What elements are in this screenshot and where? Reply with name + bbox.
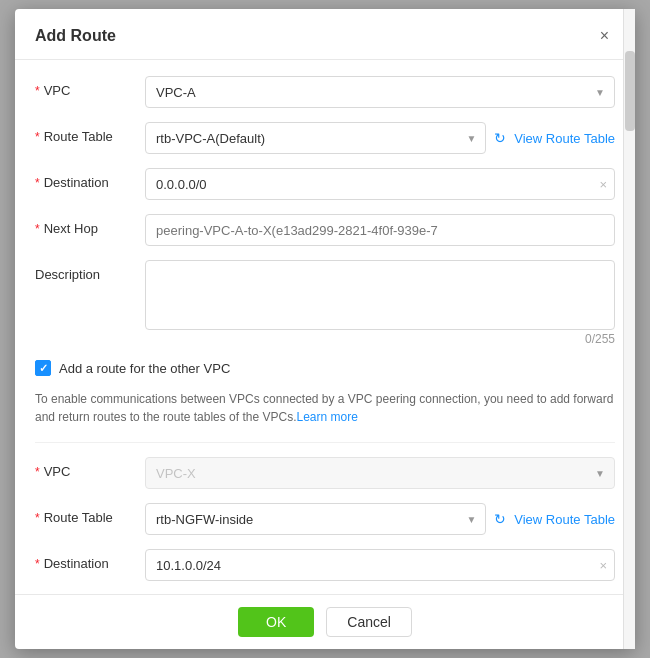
scrollbar-thumb[interactable] — [625, 51, 635, 131]
vpc-label-text: VPC — [44, 83, 71, 98]
next-hop-row: * Next Hop — [35, 214, 615, 246]
route-table-label-text: Route Table — [44, 129, 113, 144]
destination-second-label-text: Destination — [44, 556, 109, 571]
route-table-second-row: * Route Table rtb-NGFW-inside ▼ ↻ View R… — [35, 503, 615, 535]
next-hop-input[interactable] — [145, 214, 615, 246]
destination-label: * Destination — [35, 168, 145, 190]
required-star-dest: * — [35, 176, 40, 190]
route-table-row: * Route Table rtb-VPC-A(Default) ▼ ↻ Vie… — [35, 122, 615, 154]
required-star-rt2: * — [35, 511, 40, 525]
view-route-table-second-link[interactable]: View Route Table — [514, 512, 615, 527]
destination-input-wrapper: × — [145, 168, 615, 200]
modal-overlay: Add Route × * VPC VPC-A VPC-B VPC-X — [0, 0, 650, 658]
destination-control: × — [145, 168, 615, 200]
modal-footer: OK Cancel — [15, 594, 635, 649]
required-star-nh: * — [35, 222, 40, 236]
route-table-second-select[interactable]: rtb-NGFW-inside — [145, 503, 486, 535]
vpc-label: * VPC — [35, 76, 145, 98]
cancel-button[interactable]: Cancel — [326, 607, 412, 637]
modal-title: Add Route — [35, 27, 116, 45]
destination-row: * Destination × — [35, 168, 615, 200]
vpc-second-row: * VPC VPC-X ▼ — [35, 457, 615, 489]
route-table-second-control: rtb-NGFW-inside ▼ ↻ View Route Table — [145, 503, 615, 535]
description-textarea[interactable] — [145, 260, 615, 330]
route-table-select-wrapper: rtb-VPC-A(Default) ▼ — [145, 122, 486, 154]
vpc-select-wrapper: VPC-A VPC-B VPC-X ▼ — [145, 76, 615, 108]
vpc-control: VPC-A VPC-B VPC-X ▼ — [145, 76, 615, 108]
modal-header: Add Route × — [15, 9, 635, 60]
checkbox-section: Add a route for the other VPC — [35, 360, 615, 376]
route-table-label: * Route Table — [35, 122, 145, 144]
destination-input[interactable] — [145, 168, 615, 200]
textarea-wrap: 0/255 — [145, 260, 615, 346]
route-table-second-label-text: Route Table — [44, 510, 113, 525]
destination-second-label: * Destination — [35, 549, 145, 571]
destination-second-clear-icon[interactable]: × — [599, 558, 607, 573]
destination-second-control: × — [145, 549, 615, 581]
vpc-second-label: * VPC — [35, 457, 145, 479]
route-table-second-select-wrapper: rtb-NGFW-inside ▼ — [145, 503, 486, 535]
required-star: * — [35, 84, 40, 98]
view-route-table-link[interactable]: View Route Table — [514, 131, 615, 146]
modal-container: Add Route × * VPC VPC-A VPC-B VPC-X — [15, 9, 635, 649]
next-hop-label-text: Next Hop — [44, 221, 98, 236]
add-route-other-vpc-checkbox[interactable] — [35, 360, 51, 376]
close-button[interactable]: × — [594, 25, 615, 47]
vpc-second-control: VPC-X ▼ — [145, 457, 615, 489]
required-star-vpc2: * — [35, 465, 40, 479]
next-hop-control — [145, 214, 615, 246]
destination-clear-icon[interactable]: × — [599, 177, 607, 192]
refresh-icon[interactable]: ↻ — [494, 130, 506, 146]
scrollbar-track[interactable] — [623, 9, 635, 649]
vpc-row: * VPC VPC-A VPC-B VPC-X ▼ — [35, 76, 615, 108]
description-control: 0/255 — [145, 260, 615, 346]
vpc-second-select: VPC-X — [145, 457, 615, 489]
learn-more-link[interactable]: Learn more — [297, 410, 358, 424]
vpc-second-label-text: VPC — [44, 464, 71, 479]
refresh-second-icon[interactable]: ↻ — [494, 511, 506, 527]
destination-second-row: * Destination × — [35, 549, 615, 581]
destination-second-input-wrapper: × — [145, 549, 615, 581]
ok-button[interactable]: OK — [238, 607, 314, 637]
destination-label-text: Destination — [44, 175, 109, 190]
char-count: 0/255 — [145, 332, 615, 346]
description-label: Description — [35, 260, 145, 282]
vpc-second-select-wrapper: VPC-X ▼ — [145, 457, 615, 489]
route-table-control: rtb-VPC-A(Default) ▼ ↻ View Route Table — [145, 122, 615, 154]
second-section: * VPC VPC-X ▼ * — [35, 442, 615, 581]
destination-second-input[interactable] — [145, 549, 615, 581]
next-hop-label: * Next Hop — [35, 214, 145, 236]
required-star-dest2: * — [35, 557, 40, 571]
info-text: To enable communications between VPCs co… — [35, 390, 615, 426]
route-table-second-label: * Route Table — [35, 503, 145, 525]
route-table-select[interactable]: rtb-VPC-A(Default) — [145, 122, 486, 154]
checkbox-label: Add a route for the other VPC — [59, 361, 230, 376]
required-star-rt: * — [35, 130, 40, 144]
description-row: Description 0/255 — [35, 260, 615, 346]
vpc-select[interactable]: VPC-A VPC-B VPC-X — [145, 76, 615, 108]
description-label-text: Description — [35, 267, 100, 282]
modal-body: * VPC VPC-A VPC-B VPC-X ▼ — [15, 60, 635, 594]
